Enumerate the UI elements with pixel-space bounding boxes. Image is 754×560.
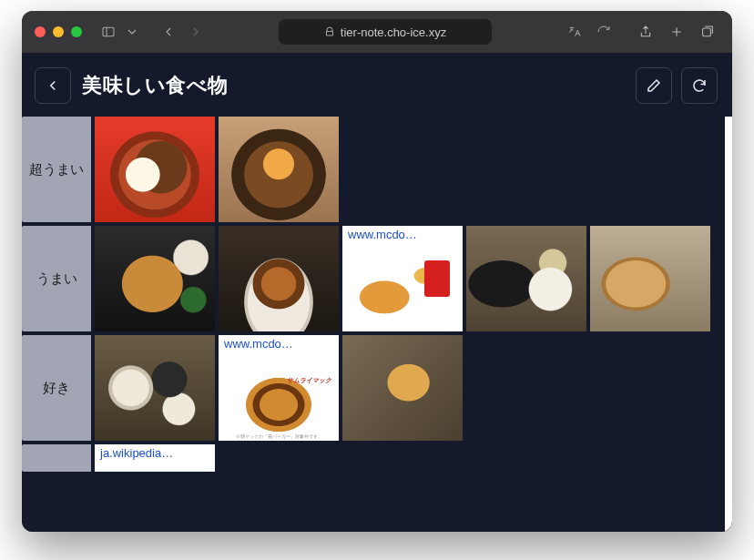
card-image [95, 226, 215, 331]
tier-card[interactable]: ja.wikipedia… [95, 444, 215, 472]
tier-label: うまい [22, 226, 91, 331]
card-image [95, 117, 215, 222]
edit-button[interactable] [636, 67, 672, 104]
page-content: 美味しい食べ物 超うまいうまいwww.mcdo…好きwww.mcdo…サムライマ… [22, 53, 732, 532]
card-caption: ja.wikipedia… [95, 444, 215, 464]
tier-row: 超うまい [22, 117, 725, 222]
page-header: 美味しい食べ物 [22, 53, 732, 117]
window-controls [35, 26, 82, 37]
tier-card[interactable] [219, 117, 339, 222]
tier-row: 好きwww.mcdo…サムライマック※朝マックの「昼バーガー」対象外です。 [22, 335, 725, 441]
card-caption: www.mcdo… [342, 226, 463, 246]
titlebar: tier-note.cho-ice.xyz [22, 11, 732, 53]
page-back-button[interactable] [35, 67, 71, 104]
tier-card[interactable]: www.mcdo… [342, 226, 463, 331]
tier-items: ja.wikipedia… [91, 444, 215, 472]
tier-row: うまいwww.mcdo… [22, 226, 725, 331]
card-image [590, 226, 710, 331]
card-badge: サムライマック [287, 376, 331, 385]
card-image [466, 226, 586, 331]
svg-rect-4 [703, 28, 711, 36]
tier-label: 好き [22, 335, 91, 441]
tier-card[interactable] [590, 226, 710, 331]
svg-rect-0 [103, 27, 114, 36]
tier-row: ja.wikipedia… [22, 444, 725, 472]
lock-icon [324, 26, 335, 37]
tier-list: 超うまいうまいwww.mcdo…好きwww.mcdo…サムライマック※朝マックの… [22, 117, 725, 532]
tier-card[interactable]: www.mcdo…サムライマック※朝マックの「昼バーガー」対象外です。 [219, 335, 339, 441]
card-image [342, 335, 463, 441]
tier-card[interactable] [219, 226, 339, 331]
nav-back-button[interactable] [157, 20, 180, 44]
page-title: 美味しい食べ物 [82, 72, 625, 99]
card-caption: www.mcdo… [219, 335, 339, 355]
share-button[interactable] [634, 20, 657, 44]
minimize-window-button[interactable] [53, 26, 64, 37]
card-image [95, 335, 215, 441]
translate-extension-icon[interactable] [563, 20, 586, 44]
tier-card[interactable] [95, 117, 215, 222]
tier-card[interactable] [466, 226, 586, 331]
card-fineprint: ※朝マックの「昼バーガー」対象外です。 [219, 433, 339, 439]
reload-button[interactable] [592, 20, 616, 44]
card-image [219, 117, 339, 222]
browser-window: tier-note.cho-ice.xyz [22, 11, 732, 532]
card-image: サムライマック※朝マックの「昼バーガー」対象外です。 [219, 355, 339, 441]
tab-groups-dropdown[interactable] [124, 20, 140, 44]
tier-card[interactable] [95, 226, 215, 331]
tier-items: www.mcdo… [91, 226, 710, 331]
scrollbar-track[interactable] [725, 117, 732, 532]
tier-label [22, 444, 91, 472]
tier-label: 超うまい [22, 117, 91, 222]
card-image [342, 246, 463, 331]
tier-card[interactable] [95, 335, 215, 441]
new-tab-button[interactable] [665, 20, 688, 44]
nav-forward-button[interactable] [184, 20, 208, 44]
refresh-button[interactable] [681, 67, 718, 104]
sidebar-toggle-button[interactable] [97, 20, 120, 44]
close-window-button[interactable] [35, 26, 46, 37]
card-image [219, 226, 339, 331]
address-bar[interactable]: tier-note.cho-ice.xyz [279, 19, 492, 45]
tier-card[interactable] [342, 335, 463, 441]
url-host: tier-note.cho-ice.xyz [341, 25, 446, 39]
tier-items: www.mcdo…サムライマック※朝マックの「昼バーガー」対象外です。 [91, 335, 463, 441]
maximize-window-button[interactable] [71, 26, 82, 37]
tab-overview-button[interactable] [696, 20, 719, 44]
tier-items [91, 117, 339, 222]
